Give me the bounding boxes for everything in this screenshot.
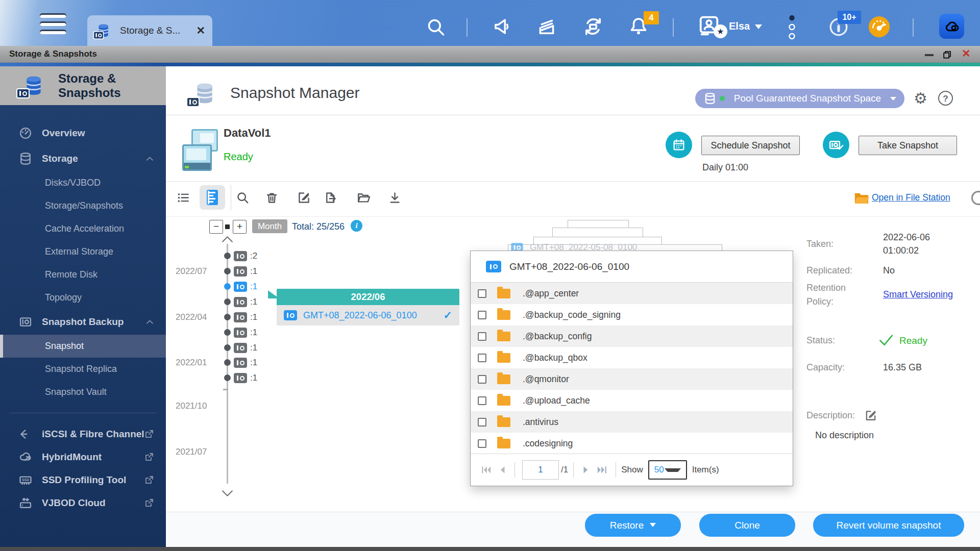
sidebar-app-header: Storage & Snapshots (0, 66, 166, 105)
folder-icon (497, 289, 510, 298)
sidebar-item-iscsi-fibre-channel[interactable]: iSCSI & Fibre Channel (0, 422, 166, 445)
info-icon[interactable]: i (351, 220, 362, 232)
sidebar-nav: Overview Storage Disks/VJBOD Storage/Sna… (0, 105, 166, 514)
last-page-icon[interactable] (596, 465, 607, 474)
tab-close-icon[interactable]: ✕ (196, 24, 205, 37)
timeline-snapshot-item[interactable]: :1 (0, 373, 13, 384)
sidebar-item-storage[interactable]: Storage (0, 146, 166, 171)
checkbox[interactable] (478, 396, 486, 405)
sidebar-item-topology[interactable]: Topology (0, 286, 166, 309)
file-row[interactable]: .@qmonitor (471, 368, 793, 390)
checkbox[interactable] (478, 289, 486, 298)
user-menu[interactable]: Elsa (729, 20, 762, 32)
restore-label: Restore (610, 520, 644, 531)
next-page-icon[interactable] (582, 465, 590, 474)
checkbox[interactable] (478, 418, 486, 427)
background-tasks-icon[interactable] (536, 16, 557, 37)
restore-button[interactable]: Restore (585, 514, 681, 537)
timeline-scroll-down-icon[interactable] (221, 490, 234, 497)
checkbox[interactable] (478, 439, 486, 448)
file-row[interactable]: .codesigning (471, 433, 793, 454)
myqnapcloud-icon[interactable] (939, 14, 964, 39)
zoom-out-button[interactable]: − (209, 220, 223, 234)
file-row[interactable]: .@backup_qbox (471, 347, 793, 368)
edit-icon[interactable] (297, 190, 311, 205)
sidebar-item-disks-vjbod[interactable]: Disks/VJBOD (0, 171, 166, 194)
timeline-snapshot-item[interactable]: 2022/04 :1 (0, 312, 13, 323)
revert-volume-snapshot-button[interactable]: Revert volume snapshot (813, 514, 964, 537)
timeline-snapshot-item[interactable]: :2 (0, 251, 13, 262)
open-in-file-station-link[interactable]: Open in File Station (872, 192, 950, 203)
sidebar-item-storage-snapshots[interactable]: Storage/Snapshots (0, 194, 166, 217)
main-menu-icon[interactable] (40, 13, 66, 34)
sidebar-item-overview[interactable]: Overview (0, 120, 166, 146)
snapshot-card-item[interactable]: GMT+08_2022-06-06_0100 ✓ (277, 305, 459, 325)
volume-name: DataVol1 (224, 127, 271, 140)
clone-button[interactable]: Clone (699, 514, 795, 537)
delete-trash-icon[interactable] (264, 190, 279, 205)
search-icon[interactable] (425, 16, 447, 38)
timeline-snapshot-item[interactable]: :1 (0, 297, 13, 308)
file-row[interactable]: .antivirus (471, 411, 793, 433)
timeline-snapshot-item[interactable]: :1 (0, 328, 13, 338)
window-close-icon[interactable]: ✕ (962, 47, 971, 60)
checkbox[interactable] (478, 354, 486, 362)
file-row[interactable]: .@app_center (471, 283, 793, 304)
open-folder-icon[interactable] (356, 190, 371, 205)
settings-gear-icon[interactable]: ⚙ (914, 89, 927, 108)
first-page-icon[interactable] (481, 465, 492, 474)
list-view-icon[interactable] (176, 190, 190, 205)
topbar-divider (673, 18, 674, 37)
sidebar-item-remote-disk[interactable]: Remote Disk (0, 263, 166, 286)
checkbox[interactable] (478, 311, 486, 319)
timeline-snapshot-item-selected[interactable]: :1 (0, 282, 13, 292)
zoom-in-button[interactable]: + (233, 220, 247, 234)
download-icon[interactable] (387, 190, 402, 205)
sidebar-item-hybridmount[interactable]: HybridMount (0, 445, 166, 468)
sidebar-item-snapshot[interactable]: Snapshot (0, 335, 166, 358)
schedule-calendar-icon[interactable] (666, 132, 692, 158)
sidebar-item-vjbod-cloud[interactable]: VJBOD Cloud (0, 491, 166, 514)
more-options-kebab-icon[interactable] (788, 14, 796, 41)
chevron-up-icon[interactable] (145, 154, 155, 164)
timeline-view-icon[interactable] (207, 190, 218, 205)
take-snapshot-button[interactable]: Take Snapshot (859, 136, 957, 155)
schedule-snapshot-button[interactable]: Schedule Snapshot (701, 136, 800, 155)
dashboard-gauge-icon[interactable] (868, 15, 891, 38)
popup-pagination: /1 Show 50 Item(s) (471, 454, 793, 486)
file-row[interactable]: .@backup_code_signing (471, 304, 793, 325)
search-snapshot-icon[interactable] (235, 190, 250, 205)
file-row[interactable]: .@backup_config (471, 325, 793, 347)
page-size-select[interactable]: 50 (648, 460, 687, 480)
take-snapshot-camera-icon[interactable] (823, 132, 849, 158)
export-file-icon[interactable] (323, 190, 338, 205)
checkbox[interactable] (478, 332, 486, 341)
sidebar-item-cache-acceleration[interactable]: Cache Acceleration (0, 217, 166, 240)
file-row[interactable]: .@upload_cache (471, 390, 793, 411)
sidebar-item-external-storage[interactable]: External Storage (0, 240, 166, 263)
timeline-snapshot-item[interactable]: 2022/01 :1 (0, 358, 13, 368)
sidebar-item-snapshot-backup[interactable]: Snapshot Backup (0, 309, 166, 335)
sidebar-item-ssd-profiling-tool[interactable]: SSD SSD Profiling Tool (0, 468, 166, 491)
announcement-icon[interactable] (492, 16, 513, 37)
sidebar-item-snapshot-vault[interactable]: Snapshot Vault (0, 381, 166, 404)
previous-page-icon[interactable] (498, 465, 506, 474)
chevron-up-icon[interactable] (145, 317, 155, 327)
window-maximize-icon[interactable] (942, 49, 952, 60)
help-icon[interactable]: ? (938, 91, 953, 106)
window-minimize-icon[interactable] (925, 54, 934, 56)
timeline-scroll-up-icon[interactable] (221, 235, 234, 243)
screen: Storage & S... ✕ 4 ★ Elsa 10+ (0, 0, 980, 551)
smart-versioning-link[interactable]: Smart Versioning (883, 289, 953, 300)
page-number-input[interactable] (522, 460, 559, 480)
edit-description-icon[interactable] (864, 408, 878, 422)
chevron-down-icon (755, 24, 762, 29)
timeline-snapshot-item[interactable]: :1 (0, 343, 13, 354)
sidebar-item-snapshot-replica[interactable]: Snapshot Replica (0, 358, 166, 381)
checkbox[interactable] (478, 375, 486, 384)
sync-drive-icon[interactable] (582, 15, 604, 38)
timeline-snapshot-item[interactable]: 2022/07 :1 (0, 266, 13, 277)
pool-guaranteed-snapshot-space-button[interactable]: Pool Guaranteed Snapshot Space (695, 89, 904, 108)
tab-label: Storage & S... (120, 25, 196, 36)
app-tab-storage-snapshots[interactable]: Storage & S... ✕ (87, 15, 212, 46)
